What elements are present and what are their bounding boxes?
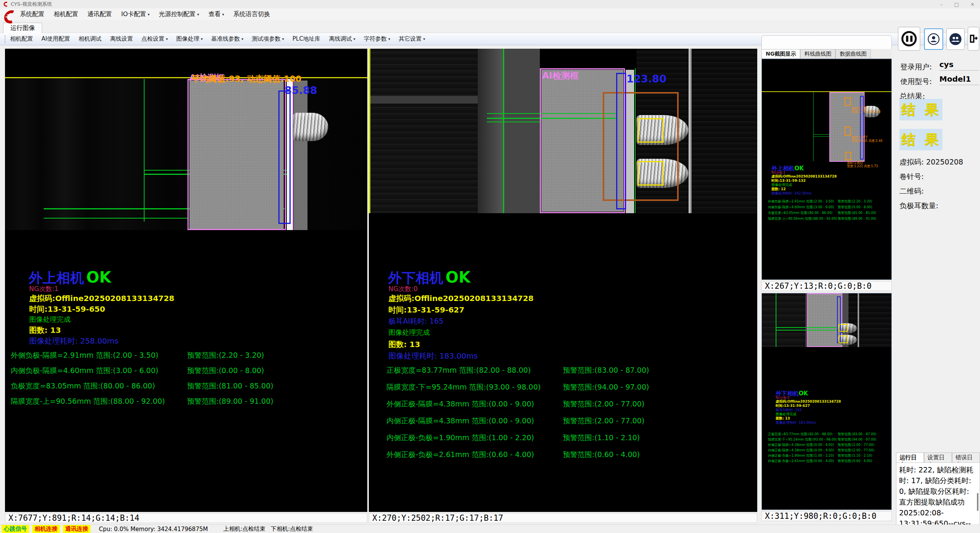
defect-size-text: 宽度:0.865 高度:2.44 [852, 139, 883, 143]
menu-comm-config[interactable]: 通讯配置 [87, 10, 112, 18]
tool-ai-usage-config[interactable]: AI使用配置 [41, 35, 70, 43]
menu-camera-config[interactable]: 相机配置 [54, 10, 78, 18]
preview2-coords-bar: X:311;Y:980;R:0;G:0;B:0 [761, 511, 892, 521]
tool-label: 相机配置 [10, 35, 33, 43]
tool-label: 离线设置 [110, 35, 133, 43]
title-bar: CYS-视觉检测系统 – □ ✕ [0, 0, 980, 8]
defect-area-text: 面积:1.977 [852, 136, 883, 139]
exit-button[interactable] [968, 27, 979, 51]
tab-detect-box [839, 324, 848, 332]
pause-button[interactable] [898, 27, 920, 51]
tool-other-settings[interactable]: 其它设置▾ [399, 35, 425, 43]
cpu-memory-text: Cpu: 0.0% Memory: 3424.41796875M [99, 526, 208, 533]
tab-label: 运行图像 [10, 24, 35, 32]
ng-snapshot-upper[interactable]: 面积:1.226 宽度:1.775 高度:1.8 面积:1.977 宽度:0.8… [761, 59, 892, 280]
warn-range-text: 预警范围:(2.20 - 3.20) [187, 350, 264, 360]
menu-system-config[interactable]: 系统配置 [20, 10, 44, 18]
tool-offline-debug[interactable]: 离线调试▾ [329, 35, 355, 43]
ai-frame-label: AI检测框 [542, 70, 579, 82]
gray-band [504, 49, 540, 213]
model-field[interactable]: Model1 [939, 74, 979, 85]
warn-range-text: 预警范围:(2.20 - 3.20) [838, 199, 872, 204]
upper-camera-check-status: 上相机:点检结束 [223, 525, 265, 533]
camera-name: 外上相机 [29, 270, 84, 286]
comm-connect-badge: 通讯连接 [63, 525, 90, 533]
user-management-button[interactable] [946, 28, 965, 50]
tool-test-item-params[interactable]: 测试项参数▾ [252, 35, 284, 43]
measurement-text: 负极宽度=83.05mm 范围:(80.00 - 86.00) [768, 211, 832, 215]
tool-char-params[interactable]: 字符参数▾ [364, 35, 390, 43]
tool-baseline-params[interactable]: 基准线参数▾ [211, 35, 243, 43]
tab-material-curve[interactable]: 料线曲线图 [800, 49, 835, 58]
image-count-text: 图数: 13 [388, 339, 420, 350]
measurement-row: 正极宽度=83.77mm 范围:(82.00 - 88.00)预警范围:(83.… [768, 432, 837, 438]
menu-language-switch[interactable]: 系统语言切换 [233, 10, 270, 18]
app-icon [3, 2, 8, 7]
process-done-text: 图像处理完成 [29, 315, 71, 324]
warn-range-text: 预警范围:(0.60 - 4.00) [838, 459, 872, 464]
menu-label: 光源控制配置 [159, 10, 196, 18]
ai-detect-frame [187, 79, 286, 230]
login-user-field[interactable]: cys [939, 60, 979, 71]
green-vertical-line [776, 293, 776, 347]
virtual-code-text: 虚拟码:Offline20250208133134728 [29, 293, 174, 304]
close-icon[interactable]: ✕ [970, 2, 975, 7]
chevron-down-icon: ▾ [354, 37, 355, 41]
qr-code-line: 二维码: [899, 186, 924, 196]
coil-texture-left [762, 293, 806, 347]
menu-light-config[interactable]: 光源控制配置▾ [159, 10, 199, 18]
measurement-text: 负极宽度=83.05mm 范围:(80.00 - 86.00) [11, 382, 155, 390]
menu-label: 通讯配置 [87, 10, 112, 18]
minimize-icon[interactable]: – [940, 2, 943, 7]
measurement-text: 内侧正极-隔膜=4.38mm 范围:(0.00 - 9.00) [386, 416, 534, 425]
menu-io-card-config[interactable]: IO卡配置▾ [121, 10, 150, 18]
warn-range-text: 预警范围:(2.00 - 77.00) [563, 399, 645, 409]
lower-camera-check-status: 下相机:点检结束 [271, 525, 313, 533]
user-icon [927, 33, 940, 46]
tab-ng-snapshot[interactable]: NG截图显示 [761, 49, 800, 58]
upper-camera-view[interactable]: AI检测框 平均阈值:93, 动态阈值:100 85.88 外上相机OK NG次… [5, 49, 367, 512]
menu-view[interactable]: 查看▾ [208, 10, 224, 18]
coil-texture-left [370, 49, 478, 213]
current-user-button[interactable] [924, 28, 943, 50]
tool-image-processing[interactable]: 图像处理▾ [176, 35, 203, 43]
warn-range-text: 预警范围:(2.00 - 77.00) [563, 416, 645, 426]
threshold-overlay-text: 平均阈值:93, 动态阈值:100 [192, 73, 301, 85]
tool-camera-config[interactable]: 相机配置 [10, 35, 33, 43]
lower-camera-view[interactable]: AI检测框 123.80 外下相机OK NG次数:0 虚拟码:Offline20… [369, 49, 757, 512]
ng-snapshot-lower[interactable]: 外下相机OK NG次数:0 虚拟码:Offline202502081331347… [761, 293, 892, 510]
log-scrollbar[interactable] [977, 493, 978, 511]
measurement-text: 隔膜宽度-上=90.56mm 范围:(88.00 - 92.00) [11, 397, 165, 405]
camera-image-background [5, 78, 367, 230]
green-horizontal-line [487, 122, 541, 122]
warn-range-text: 预警范围:(2.00 - 77.00) [838, 448, 874, 453]
tool-spot-check[interactable]: 点检设置▾ [141, 35, 168, 43]
pixel-coords-text: X:311;Y:980;R:0;G:0;B:0 [765, 512, 876, 521]
measurement-text: 外侧负极-隔膜=2.91mm 范围:(2.00 - 3.50) [11, 351, 158, 359]
measurement-text: 正极宽度=83.77mm 范围:(82.00 - 88.00) [768, 432, 832, 436]
app-window: CYS-视觉检测系统 – □ ✕ 系统配置 相机配置 通讯配置 IO卡配置▾ 光… [0, 0, 980, 533]
warn-range-text: 预警范围:(94.00 - 97.00) [563, 382, 649, 392]
measurement-text: 隔膜宽度-上=90.56mm 范围:(88.00 - 92.00) [768, 217, 837, 220]
run-log-output[interactable]: 耗时: 222, 缺陷检测耗时: 17, 缺陷分类耗时: 0, 缺陷提取分区耗时… [896, 462, 980, 533]
tool-label: 基准线参数 [211, 35, 240, 43]
measurement-text: 隔膜宽度-下=95.24mm 范围:(93.00 - 98.00) [768, 438, 837, 441]
measurement-text: 外侧正极-负极=2.61mm 范围:(0.60 - 4.00) [386, 450, 534, 459]
chevron-down-icon: ▾ [166, 37, 168, 41]
process-done-text: 图像处理完成 [388, 328, 430, 337]
pixel-coords-text: X:270;Y:2502;R:17;G:17;B:17 [372, 513, 503, 523]
warn-range-text: 预警范围:(0.60 - 4.00) [563, 450, 640, 460]
tab-data-curve[interactable]: 数据曲线图 [835, 49, 871, 58]
maximize-icon[interactable]: □ [954, 2, 959, 7]
tool-offline-settings[interactable]: 离线设置 [110, 35, 133, 43]
chevron-down-icon: ▾ [242, 37, 243, 41]
tool-plc-address-lib[interactable]: PLC地址库 [293, 35, 321, 43]
defect-annotation: 面积:1.977 宽度:0.865 高度:2.44 [852, 136, 883, 143]
pause-icon [901, 31, 917, 46]
warn-range-text: 预警范围:(1.10 - 2.10) [563, 433, 640, 443]
measurement-text: 外侧正极-隔膜=4.38mm 范围:(0.00 - 9.00) [386, 400, 534, 408]
toolbar-grip-handle[interactable] [5, 35, 6, 43]
tool-camera-debug[interactable]: 相机调试 [79, 35, 102, 43]
measurement-row: 负极宽度=83.05mm 范围:(80.00 - 86.00)预警范围:(81.… [768, 211, 837, 217]
measurement-list: 外侧负极-隔膜=2.91mm 范围:(2.00 - 3.50)预警范围:(2.2… [768, 199, 837, 222]
